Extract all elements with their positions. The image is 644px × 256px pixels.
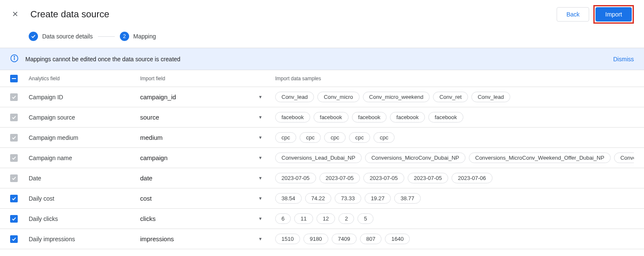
- row-checkbox[interactable]: [10, 174, 18, 182]
- col-header-samples: Import data samples: [275, 76, 634, 82]
- chevron-down-icon: ▼: [258, 216, 262, 221]
- table-row: Campaign namecampaign▼Conversions_Lead_D…: [0, 148, 644, 168]
- chevron-down-icon: ▼: [258, 95, 262, 99]
- sample-chip: 6: [275, 213, 291, 224]
- select-all-cell: [10, 75, 29, 82]
- import-field-dropdown[interactable]: medium▼: [140, 134, 275, 141]
- check-circle-icon: [29, 32, 38, 41]
- banner-left: Mappings cannot be edited once the data …: [10, 54, 180, 64]
- sample-chip: cpc: [324, 132, 345, 143]
- step-1[interactable]: Data source details: [29, 32, 93, 41]
- sample-chip: Conv_lead: [471, 92, 510, 102]
- import-button[interactable]: Import: [595, 7, 632, 22]
- dismiss-button[interactable]: Dismiss: [613, 56, 634, 63]
- sample-chip: Conversions_MicroConv_Dubai_NP: [365, 153, 465, 163]
- sample-chip: cpc: [300, 132, 321, 143]
- sample-chip: cpc: [349, 132, 370, 143]
- chevron-down-icon: ▼: [258, 155, 262, 160]
- dialog-header: Create data source Back Import: [0, 0, 644, 29]
- import-field-dropdown[interactable]: impressions▼: [140, 235, 275, 242]
- row-checkbox[interactable]: [10, 235, 18, 243]
- sample-chip: 74.22: [305, 193, 332, 204]
- row-checkbox[interactable]: [10, 195, 18, 202]
- import-field-value: campaign_id: [140, 93, 176, 101]
- sample-chip: facebook: [275, 112, 310, 123]
- sample-chip: 11: [294, 213, 313, 224]
- sample-chip: 12: [317, 213, 335, 224]
- page-title: Create data source: [30, 9, 109, 20]
- table-row: Datedate▼2023-07-052023-07-052023-07-052…: [0, 168, 644, 188]
- sample-chip: 7409: [332, 234, 357, 244]
- col-header-analytics: Analytics field: [29, 76, 140, 82]
- sample-chip: Conversions_Lead_Dubai_NP: [275, 153, 362, 163]
- sample-chip: 2: [338, 213, 354, 224]
- row-checkbox[interactable]: [10, 154, 18, 162]
- sample-chip: 1640: [385, 234, 410, 244]
- import-field-dropdown[interactable]: clicks▼: [140, 215, 275, 222]
- sample-chip: cpc: [275, 132, 296, 143]
- sample-chip: facebook: [352, 112, 387, 123]
- table-row: Campaign mediummedium▼cpccpccpccpccpc: [0, 128, 644, 148]
- checkbox-cell: [10, 134, 29, 142]
- info-icon: [10, 54, 19, 64]
- row-checkbox[interactable]: [10, 93, 18, 101]
- samples-cell: Conversions_Lead_Dubai_NPConversions_Mic…: [275, 153, 634, 163]
- sample-chip: facebook: [314, 112, 349, 123]
- import-field-dropdown[interactable]: date▼: [140, 174, 275, 182]
- samples-cell: facebookfacebookfacebookfacebookfacebook: [275, 112, 634, 123]
- import-field-value: date: [140, 174, 152, 182]
- sample-chip: 38.77: [394, 193, 421, 204]
- table-header-row: Analytics field Import field Import data…: [0, 70, 644, 87]
- sample-chip: 2023-07-05: [408, 173, 449, 183]
- sample-chip: Conversions_RET_Le: [614, 153, 634, 163]
- import-field-value: impressions: [140, 235, 174, 242]
- sample-chip: facebook: [428, 112, 463, 123]
- row-checkbox[interactable]: [10, 215, 18, 223]
- checkbox-cell: [10, 93, 29, 101]
- import-field-dropdown[interactable]: source▼: [140, 114, 275, 121]
- step-number-icon: 2: [120, 32, 129, 41]
- sample-chip: 2023-07-05: [319, 173, 360, 183]
- sample-chip: facebook: [390, 112, 425, 123]
- analytics-field-cell: Date: [29, 175, 140, 182]
- chevron-down-icon: ▼: [258, 196, 262, 201]
- analytics-field-cell: Campaign name: [29, 155, 140, 161]
- stepper: Data source details 2 Mapping: [0, 29, 644, 48]
- import-field-dropdown[interactable]: cost▼: [140, 195, 275, 202]
- analytics-field-cell: Daily cost: [29, 195, 140, 202]
- close-icon[interactable]: [10, 9, 20, 20]
- step-2[interactable]: 2 Mapping: [120, 32, 156, 41]
- table-row: Daily costcost▼38.5474.2273.3319.2738.77: [0, 188, 644, 209]
- sample-chip: 2023-07-05: [363, 173, 404, 183]
- sample-chip: Conv_lead: [275, 92, 314, 102]
- chevron-down-icon: ▼: [258, 237, 262, 241]
- back-button[interactable]: Back: [557, 7, 589, 22]
- sample-chip: Conv_ret: [433, 92, 468, 102]
- samples-cell: 6111225: [275, 213, 634, 224]
- sample-chip: 2023-07-06: [452, 173, 492, 183]
- step-label: Mapping: [133, 33, 156, 40]
- select-all-checkbox[interactable]: [10, 75, 18, 82]
- sample-chip: 5: [357, 213, 373, 224]
- samples-cell: cpccpccpccpccpc: [275, 132, 634, 143]
- row-checkbox[interactable]: [10, 134, 18, 142]
- analytics-field-cell: Campaign source: [29, 114, 140, 121]
- sample-chip: Conv_micro_weekend: [363, 92, 430, 102]
- analytics-field-cell: Daily impressions: [29, 236, 140, 242]
- import-field-dropdown[interactable]: campaign_id▼: [140, 93, 275, 101]
- samples-cell: 38.5474.2273.3319.2738.77: [275, 193, 634, 204]
- svg-point-4: [14, 56, 15, 57]
- sample-chip: 807: [360, 234, 382, 244]
- sample-chip: 19.27: [365, 193, 391, 204]
- row-checkbox[interactable]: [10, 114, 18, 121]
- import-highlight: Import: [593, 5, 634, 24]
- header-left: Create data source: [10, 9, 109, 20]
- table-row: Daily clicksclicks▼6111225: [0, 209, 644, 229]
- checkbox-cell: [10, 235, 29, 243]
- table-row: Campaign IDcampaign_id▼Conv_leadConv_mic…: [0, 87, 644, 107]
- chevron-down-icon: ▼: [258, 135, 262, 140]
- sample-chip: Conversions_MicroConv_Weekend_Offer_Duba…: [469, 153, 611, 163]
- warning-banner: Mappings cannot be edited once the data …: [0, 48, 644, 70]
- import-field-dropdown[interactable]: campaign▼: [140, 154, 275, 161]
- samples-cell: 1510918074098071640: [275, 234, 634, 244]
